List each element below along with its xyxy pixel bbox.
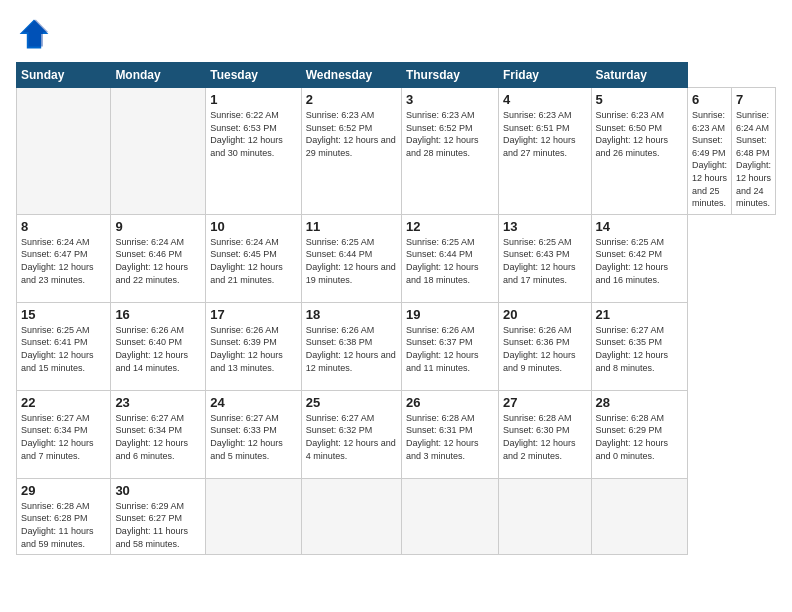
day-number: 4	[503, 92, 587, 107]
day-number: 24	[210, 395, 297, 410]
calendar-week-row: 29Sunrise: 6:28 AM Sunset: 6:28 PM Dayli…	[17, 478, 776, 554]
day-number: 7	[736, 92, 771, 107]
day-number: 21	[596, 307, 683, 322]
calendar-cell	[17, 88, 111, 215]
logo	[16, 16, 58, 52]
calendar-cell: 2Sunrise: 6:23 AM Sunset: 6:52 PM Daylig…	[301, 88, 401, 215]
calendar-cell: 26Sunrise: 6:28 AM Sunset: 6:31 PM Dayli…	[401, 390, 498, 478]
day-info: Sunrise: 6:23 AM Sunset: 6:49 PM Dayligh…	[692, 109, 727, 210]
calendar-cell: 29Sunrise: 6:28 AM Sunset: 6:28 PM Dayli…	[17, 478, 111, 554]
calendar-cell: 30Sunrise: 6:29 AM Sunset: 6:27 PM Dayli…	[111, 478, 206, 554]
day-info: Sunrise: 6:22 AM Sunset: 6:53 PM Dayligh…	[210, 109, 297, 159]
calendar-weekday: Sunday	[17, 63, 111, 88]
day-number: 10	[210, 219, 297, 234]
calendar-week-row: 1Sunrise: 6:22 AM Sunset: 6:53 PM Daylig…	[17, 88, 776, 215]
day-number: 18	[306, 307, 397, 322]
calendar-page: SundayMondayTuesdayWednesdayThursdayFrid…	[0, 0, 792, 612]
calendar-table: SundayMondayTuesdayWednesdayThursdayFrid…	[16, 62, 776, 555]
calendar-cell: 28Sunrise: 6:28 AM Sunset: 6:29 PM Dayli…	[591, 390, 687, 478]
calendar-cell: 10Sunrise: 6:24 AM Sunset: 6:45 PM Dayli…	[206, 214, 302, 302]
calendar-cell: 6Sunrise: 6:23 AM Sunset: 6:49 PM Daylig…	[687, 88, 731, 215]
day-number: 30	[115, 483, 201, 498]
day-info: Sunrise: 6:25 AM Sunset: 6:44 PM Dayligh…	[306, 236, 397, 286]
day-info: Sunrise: 6:23 AM Sunset: 6:51 PM Dayligh…	[503, 109, 587, 159]
day-info: Sunrise: 6:28 AM Sunset: 6:30 PM Dayligh…	[503, 412, 587, 462]
calendar-cell: 3Sunrise: 6:23 AM Sunset: 6:52 PM Daylig…	[401, 88, 498, 215]
day-number: 11	[306, 219, 397, 234]
day-info: Sunrise: 6:25 AM Sunset: 6:43 PM Dayligh…	[503, 236, 587, 286]
day-number: 29	[21, 483, 106, 498]
calendar-week-row: 22Sunrise: 6:27 AM Sunset: 6:34 PM Dayli…	[17, 390, 776, 478]
header	[16, 16, 776, 52]
day-number: 9	[115, 219, 201, 234]
day-info: Sunrise: 6:27 AM Sunset: 6:34 PM Dayligh…	[21, 412, 106, 462]
calendar-cell	[301, 478, 401, 554]
day-number: 8	[21, 219, 106, 234]
day-number: 20	[503, 307, 587, 322]
calendar-cell	[498, 478, 591, 554]
day-info: Sunrise: 6:27 AM Sunset: 6:35 PM Dayligh…	[596, 324, 683, 374]
calendar-cell: 21Sunrise: 6:27 AM Sunset: 6:35 PM Dayli…	[591, 302, 687, 390]
day-number: 14	[596, 219, 683, 234]
day-info: Sunrise: 6:25 AM Sunset: 6:41 PM Dayligh…	[21, 324, 106, 374]
day-info: Sunrise: 6:26 AM Sunset: 6:38 PM Dayligh…	[306, 324, 397, 374]
day-number: 2	[306, 92, 397, 107]
day-info: Sunrise: 6:25 AM Sunset: 6:44 PM Dayligh…	[406, 236, 494, 286]
day-info: Sunrise: 6:28 AM Sunset: 6:31 PM Dayligh…	[406, 412, 494, 462]
calendar-weekday: Tuesday	[206, 63, 302, 88]
day-info: Sunrise: 6:26 AM Sunset: 6:36 PM Dayligh…	[503, 324, 587, 374]
day-number: 22	[21, 395, 106, 410]
calendar-cell: 9Sunrise: 6:24 AM Sunset: 6:46 PM Daylig…	[111, 214, 206, 302]
day-info: Sunrise: 6:27 AM Sunset: 6:32 PM Dayligh…	[306, 412, 397, 462]
calendar-cell: 13Sunrise: 6:25 AM Sunset: 6:43 PM Dayli…	[498, 214, 591, 302]
calendar-weekday: Friday	[498, 63, 591, 88]
day-info: Sunrise: 6:27 AM Sunset: 6:33 PM Dayligh…	[210, 412, 297, 462]
day-number: 25	[306, 395, 397, 410]
calendar-cell: 17Sunrise: 6:26 AM Sunset: 6:39 PM Dayli…	[206, 302, 302, 390]
day-info: Sunrise: 6:24 AM Sunset: 6:48 PM Dayligh…	[736, 109, 771, 210]
day-info: Sunrise: 6:23 AM Sunset: 6:52 PM Dayligh…	[406, 109, 494, 159]
calendar-cell: 24Sunrise: 6:27 AM Sunset: 6:33 PM Dayli…	[206, 390, 302, 478]
day-number: 26	[406, 395, 494, 410]
day-number: 1	[210, 92, 297, 107]
day-number: 23	[115, 395, 201, 410]
calendar-cell: 7Sunrise: 6:24 AM Sunset: 6:48 PM Daylig…	[731, 88, 775, 215]
calendar-weekday: Saturday	[591, 63, 687, 88]
day-info: Sunrise: 6:26 AM Sunset: 6:39 PM Dayligh…	[210, 324, 297, 374]
calendar-week-row: 8Sunrise: 6:24 AM Sunset: 6:47 PM Daylig…	[17, 214, 776, 302]
day-info: Sunrise: 6:23 AM Sunset: 6:52 PM Dayligh…	[306, 109, 397, 159]
calendar-cell: 23Sunrise: 6:27 AM Sunset: 6:34 PM Dayli…	[111, 390, 206, 478]
day-number: 28	[596, 395, 683, 410]
day-number: 17	[210, 307, 297, 322]
calendar-cell: 16Sunrise: 6:26 AM Sunset: 6:40 PM Dayli…	[111, 302, 206, 390]
day-info: Sunrise: 6:24 AM Sunset: 6:47 PM Dayligh…	[21, 236, 106, 286]
calendar-cell: 12Sunrise: 6:25 AM Sunset: 6:44 PM Dayli…	[401, 214, 498, 302]
calendar-cell: 11Sunrise: 6:25 AM Sunset: 6:44 PM Dayli…	[301, 214, 401, 302]
day-number: 15	[21, 307, 106, 322]
calendar-cell: 19Sunrise: 6:26 AM Sunset: 6:37 PM Dayli…	[401, 302, 498, 390]
logo-icon	[16, 16, 52, 52]
day-info: Sunrise: 6:25 AM Sunset: 6:42 PM Dayligh…	[596, 236, 683, 286]
calendar-cell	[591, 478, 687, 554]
calendar-cell: 14Sunrise: 6:25 AM Sunset: 6:42 PM Dayli…	[591, 214, 687, 302]
calendar-weekday: Wednesday	[301, 63, 401, 88]
calendar-cell: 8Sunrise: 6:24 AM Sunset: 6:47 PM Daylig…	[17, 214, 111, 302]
calendar-cell	[206, 478, 302, 554]
day-number: 5	[596, 92, 683, 107]
day-info: Sunrise: 6:28 AM Sunset: 6:28 PM Dayligh…	[21, 500, 106, 550]
day-number: 16	[115, 307, 201, 322]
calendar-weekday: Thursday	[401, 63, 498, 88]
calendar-header-row: SundayMondayTuesdayWednesdayThursdayFrid…	[17, 63, 776, 88]
calendar-week-row: 15Sunrise: 6:25 AM Sunset: 6:41 PM Dayli…	[17, 302, 776, 390]
calendar-cell	[111, 88, 206, 215]
day-number: 6	[692, 92, 727, 107]
day-info: Sunrise: 6:24 AM Sunset: 6:45 PM Dayligh…	[210, 236, 297, 286]
calendar-cell: 15Sunrise: 6:25 AM Sunset: 6:41 PM Dayli…	[17, 302, 111, 390]
day-info: Sunrise: 6:24 AM Sunset: 6:46 PM Dayligh…	[115, 236, 201, 286]
calendar-cell	[401, 478, 498, 554]
calendar-cell: 25Sunrise: 6:27 AM Sunset: 6:32 PM Dayli…	[301, 390, 401, 478]
calendar-cell: 20Sunrise: 6:26 AM Sunset: 6:36 PM Dayli…	[498, 302, 591, 390]
calendar-weekday: Monday	[111, 63, 206, 88]
day-info: Sunrise: 6:29 AM Sunset: 6:27 PM Dayligh…	[115, 500, 201, 550]
day-number: 13	[503, 219, 587, 234]
